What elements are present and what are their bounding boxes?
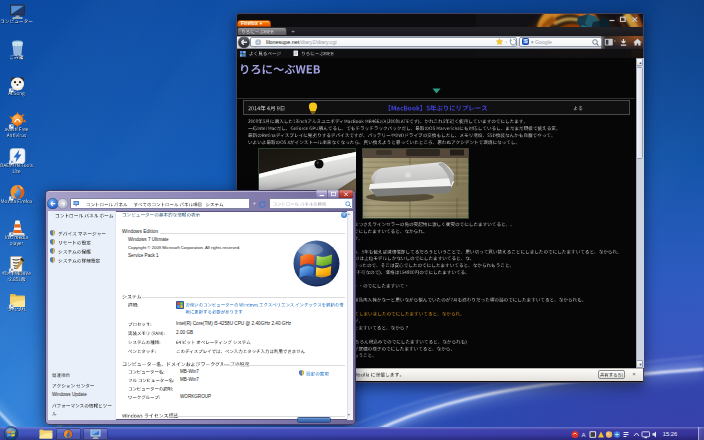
svg-text:A: A — [582, 431, 586, 437]
